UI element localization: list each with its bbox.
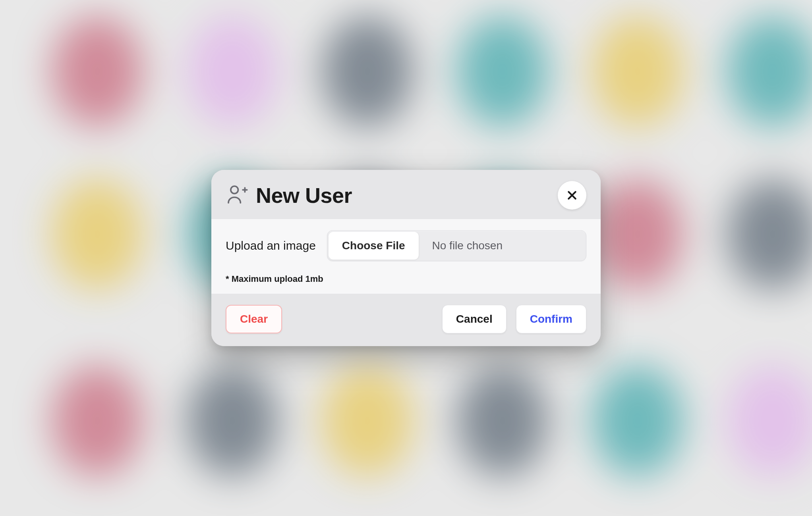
cancel-button[interactable]: Cancel xyxy=(442,305,507,333)
confirm-button[interactable]: Confirm xyxy=(516,305,586,333)
modal-body: Upload an image Choose File No file chos… xyxy=(211,219,601,294)
close-button[interactable] xyxy=(558,181,586,210)
user-plus-icon xyxy=(226,183,248,207)
modal-header: New User xyxy=(211,170,601,219)
modal-title: New User xyxy=(256,183,550,208)
file-status-text: No file chosen xyxy=(420,231,586,261)
clear-button[interactable]: Clear xyxy=(226,305,282,333)
svg-point-0 xyxy=(231,186,238,194)
upload-note: * Maximum upload 1mb xyxy=(226,274,586,284)
new-user-modal: New User Upload an image Choose File No … xyxy=(211,170,601,346)
upload-row: Upload an image Choose File No file chos… xyxy=(226,230,586,261)
choose-file-button[interactable]: Choose File xyxy=(329,232,419,260)
file-picker: Choose File No file chosen xyxy=(327,230,586,261)
upload-label: Upload an image xyxy=(226,239,316,252)
modal-footer: Clear Cancel Confirm xyxy=(211,294,601,346)
close-icon xyxy=(566,189,578,201)
